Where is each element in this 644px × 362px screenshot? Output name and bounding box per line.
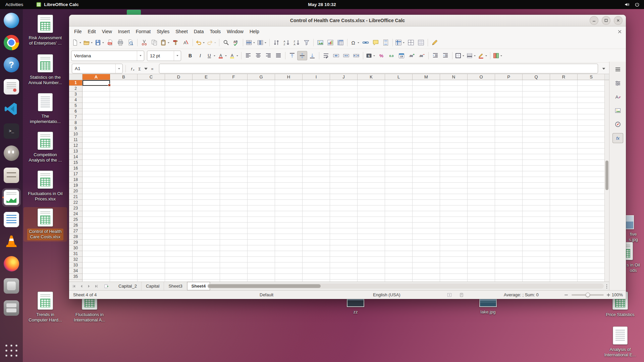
dropdown-arrow-icon[interactable] xyxy=(373,54,376,57)
column-header-K[interactable]: K xyxy=(358,74,385,80)
row-header-16[interactable]: 16 xyxy=(69,166,82,171)
dock-help[interactable]: ? xyxy=(2,55,21,74)
row-header-21[interactable]: 21 xyxy=(69,194,82,200)
row-header-15[interactable]: 15 xyxy=(69,160,82,166)
open-button[interactable] xyxy=(83,38,94,47)
font-color-button[interactable]: A xyxy=(217,51,228,60)
dropdown-arrow-icon[interactable] xyxy=(167,41,170,44)
underline-button[interactable]: U xyxy=(205,51,217,60)
column-header-E[interactable]: E xyxy=(193,74,220,80)
menu-file[interactable]: File xyxy=(71,27,85,36)
row-header-35[interactable]: 35 xyxy=(69,274,82,280)
dock-files[interactable] xyxy=(2,166,21,185)
row-header-32[interactable]: 32 xyxy=(69,257,82,262)
insert-image-button[interactable] xyxy=(315,38,325,47)
center-vertically-button[interactable] xyxy=(297,51,307,60)
dropdown-arrow-icon[interactable] xyxy=(485,54,488,57)
row-header-3[interactable]: 3 xyxy=(69,92,82,97)
wrap-text-button[interactable] xyxy=(321,51,331,60)
dock-web-browser[interactable] xyxy=(2,11,21,30)
decrease-indent-button[interactable] xyxy=(440,51,450,60)
zoom-level[interactable]: 100% xyxy=(612,291,623,299)
save-button[interactable] xyxy=(94,38,105,47)
row-header-19[interactable]: 19 xyxy=(69,183,82,188)
zoom-slider[interactable] xyxy=(572,291,604,299)
desktop-icon-risk-assessment[interactable]: Risk Assessmentof Enterprises' ... xyxy=(23,13,67,48)
dropdown-arrow-icon[interactable] xyxy=(473,54,476,57)
column-header-J[interactable]: J xyxy=(330,74,358,80)
desktop-icon-fluctuations-oil-prices[interactable]: Fluctuations in OilPrices.xlsx xyxy=(23,169,67,204)
border-style-button[interactable] xyxy=(466,51,477,60)
row-header-24[interactable]: 24 xyxy=(69,211,82,217)
dropdown-arrow-icon[interactable] xyxy=(236,54,239,57)
dropdown-arrow-icon[interactable] xyxy=(462,54,465,57)
select-sum-button[interactable]: Σ xyxy=(138,64,147,73)
menu-format[interactable]: Format xyxy=(133,27,154,36)
sort-ascending-button[interactable]: AZ xyxy=(281,38,291,47)
sidebar-navigator-tab[interactable] xyxy=(612,119,623,129)
font-size-combobox[interactable]: 12 pt xyxy=(147,51,181,61)
align-top-button[interactable] xyxy=(287,51,297,60)
zoom-out-button[interactable] xyxy=(564,291,569,299)
dropdown-arrow-icon[interactable] xyxy=(500,54,503,57)
dock-terminal[interactable]: >_ xyxy=(2,122,21,140)
menu-data[interactable]: Data xyxy=(191,27,207,36)
column-header-A[interactable]: A xyxy=(83,74,110,80)
dropdown-arrow-icon[interactable] xyxy=(357,41,360,44)
align-left-button[interactable] xyxy=(243,51,253,60)
zoom-slider-track[interactable] xyxy=(572,294,604,296)
print-preview-button[interactable] xyxy=(125,38,136,47)
insert-pivot-table-button[interactable] xyxy=(335,38,345,47)
insert-chart-button[interactable] xyxy=(325,38,335,47)
dropdown-arrow-icon[interactable] xyxy=(224,54,227,57)
page-style-status[interactable]: Default xyxy=(260,291,273,299)
row-header-4[interactable]: 4 xyxy=(69,97,82,103)
row-header-13[interactable]: 13 xyxy=(69,148,82,154)
chevron-down-icon[interactable] xyxy=(174,51,181,61)
vertical-scrollbar-thumb[interactable] xyxy=(605,161,608,190)
dock-firefox[interactable] xyxy=(2,254,21,273)
show-grid-lines-button[interactable] xyxy=(416,38,426,47)
chevron-down-icon[interactable] xyxy=(137,51,144,61)
row-header-22[interactable]: 22 xyxy=(69,200,82,205)
horizontal-scrollbar[interactable] xyxy=(207,284,604,289)
dock-box-app[interactable] xyxy=(2,277,21,295)
row-header-18[interactable]: 18 xyxy=(69,177,82,183)
column-button[interactable] xyxy=(256,38,268,47)
font-name-combobox[interactable]: Verdana xyxy=(71,51,144,61)
row-header-23[interactable]: 23 xyxy=(69,205,82,211)
formula-button[interactable]: = xyxy=(148,64,157,73)
sort-button[interactable] xyxy=(271,38,281,47)
row-header-27[interactable]: 27 xyxy=(69,228,82,234)
desktop-icon-statistics-annual-number[interactable]: Statistics on theAnnual Number... xyxy=(23,53,67,87)
menu-edit[interactable]: Edit xyxy=(85,27,99,36)
export-as-pdf-button[interactable]: PDF xyxy=(105,38,115,47)
column-header-H[interactable]: H xyxy=(275,74,303,80)
clear-formatting-button[interactable]: A xyxy=(181,38,191,47)
add-decimal-place-button[interactable]: .00 xyxy=(407,51,417,60)
dropdown-arrow-icon[interactable] xyxy=(102,41,105,44)
show-draw-functions-button[interactable] xyxy=(430,38,440,47)
dock-chrome[interactable] xyxy=(2,33,21,52)
desktop-icon-control-health-care-costs[interactable]: Control of HealthCare Costs.xlsx xyxy=(23,207,67,242)
merge-and-center-cells-button[interactable] xyxy=(331,51,341,60)
spelling-button[interactable]: AB xyxy=(231,38,241,47)
dock-drawer-app[interactable] xyxy=(2,299,21,317)
autofilter-button[interactable] xyxy=(302,38,312,47)
row-header-29[interactable]: 29 xyxy=(69,240,82,245)
dropdown-arrow-icon[interactable] xyxy=(264,41,267,44)
undo-button[interactable] xyxy=(195,38,206,47)
menu-styles[interactable]: Styles xyxy=(154,27,172,36)
row-button[interactable] xyxy=(245,38,256,47)
find-and-replace-button[interactable] xyxy=(221,38,231,47)
delete-decimal-place-button[interactable]: .00 xyxy=(417,51,427,60)
desktop-icon-analysis-international[interactable]: Analysis ofInternational E... xyxy=(598,325,642,360)
dock-vlc[interactable] xyxy=(2,232,21,251)
align-right-button[interactable] xyxy=(263,51,273,60)
dropdown-arrow-icon[interactable] xyxy=(202,41,205,44)
sidebar-properties-tab[interactable] xyxy=(612,78,623,88)
row-header-34[interactable]: 34 xyxy=(69,268,82,274)
active-cell-A1[interactable] xyxy=(83,80,110,86)
menu-tools[interactable]: Tools xyxy=(207,27,224,36)
column-header-L[interactable]: L xyxy=(385,74,413,80)
